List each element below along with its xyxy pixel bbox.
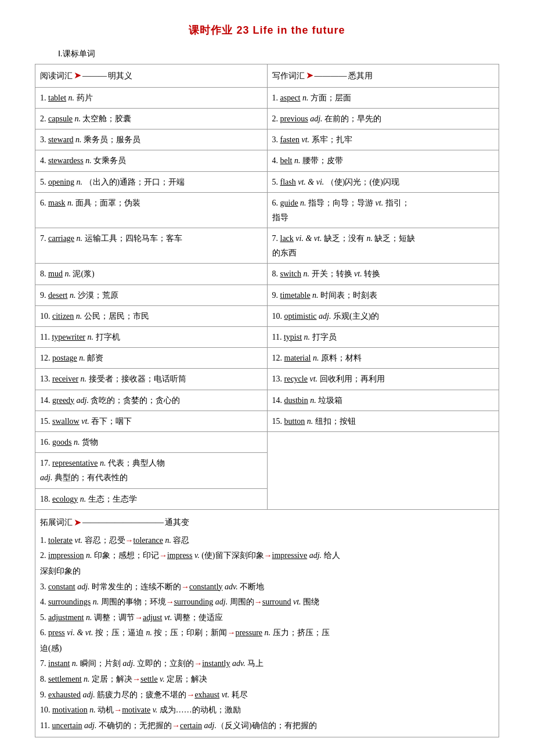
reading-word-9: 9. desert n. 沙漠；荒原 xyxy=(40,288,262,303)
reading-word-13: 13. receiver n. 接受者；接收器；电话听筒 xyxy=(40,372,262,386)
expand-item-8: 8. settlement n. 定居；解决→settle v. 定居；解决 xyxy=(40,672,494,687)
expand-item-5: 5. adjustment n. 调整；调节→adjust vt. 调整；使适应 xyxy=(40,610,494,626)
writing-word-1: 1. aspect n. 方面；层面 xyxy=(272,91,495,105)
reading-word-18: 18. ecology n. 生态；生态学 xyxy=(40,492,262,506)
expand-item-6: 6. press vi. & vt. 按；压；逼迫 n. 按；压；印刷；新闻→p… xyxy=(40,625,494,656)
writing-word-4: 4. belt n. 腰带；皮带 xyxy=(272,153,495,168)
table-row: 4. stewardess n. 女乘务员 4. belt n. 腰带；皮带 xyxy=(35,150,499,171)
writing-word-13: 13. recycle vt. 回收利用；再利用 xyxy=(272,372,495,386)
reading-word-10: 10. citizen n. 公民；居民；市民 xyxy=(40,309,262,323)
reading-word-4: 4. stewardess n. 女乘务员 xyxy=(40,153,262,168)
table-row: 14. greedy adj. 贪吃的；贪婪的；贪心的 14. dustbin … xyxy=(35,390,499,411)
table-row: 5. opening n. （出入的)通路；开口；开端 5. flash vt.… xyxy=(35,171,499,192)
vocabulary-table: 阅读词汇 ➤ ——— 明其义 写作词汇 ➤ ———— 悉其用 1. tablet… xyxy=(35,64,499,510)
reading-vocab-header: 阅读词汇 ➤ ——— 明其义 xyxy=(40,67,262,84)
reading-vocab-subtitle: 明其义 xyxy=(108,69,132,83)
arrow-icon-expand: ➤ xyxy=(74,513,81,532)
expand-item-4: 4. surroundings n. 周围的事物；环境→surrounding … xyxy=(40,595,494,610)
writing-word-10: 10. optimistic adj. 乐观(主义)的 xyxy=(272,309,495,323)
reading-word-14: 14. greedy adj. 贪吃的；贪婪的；贪心的 xyxy=(40,393,262,408)
reading-vocab-label: 阅读词汇 xyxy=(40,69,73,83)
page-title: 课时作业 23 Life in the future xyxy=(35,23,499,37)
reading-vocab-dashes: ——— xyxy=(82,69,107,83)
writing-word-6: 6. guide n. 指导；向导；导游 vt. 指引；指导 xyxy=(272,196,495,225)
expand-item-10: 10. motivation n. 动机→motivate v. 成为……的动机… xyxy=(40,703,494,718)
table-row: 11. typewriter n. 打字机 11. typist n. 打字员 xyxy=(35,327,499,348)
arrow-icon-writing: ➤ xyxy=(306,67,313,84)
reading-word-12: 12. postage n. 邮资 xyxy=(40,351,262,365)
reading-word-11: 11. typewriter n. 打字机 xyxy=(40,330,262,344)
expand-item-9: 9. exhausted adj. 筋疲力尽的；疲惫不堪的→exhaust vt… xyxy=(40,687,494,703)
table-row: 12. postage n. 邮资 12. material n. 原料；材料 xyxy=(35,348,499,369)
writing-word-15: 15. button n. 纽扣；按钮 xyxy=(272,414,495,429)
arrow-icon-reading: ➤ xyxy=(74,67,81,84)
expand-item-11: 11. uncertain adj. 不确切的；无把握的→certain adj… xyxy=(40,718,494,734)
table-row: 2. capsule n. 太空舱；胶囊 2. previous adj. 在前… xyxy=(35,108,499,129)
expand-item-2: 2. impression n. 印象；感想；印记→impress v. (使)… xyxy=(40,548,494,579)
table-row: 16. goods n. 货物 xyxy=(35,431,499,452)
expand-header: 拓展词汇 ➤ —————————— 通其变 xyxy=(40,513,494,532)
writing-vocab-header: 写作词汇 ➤ ———— 悉其用 xyxy=(272,67,495,84)
table-row: 10. citizen n. 公民；居民；市民 10. optimistic a… xyxy=(35,305,499,326)
writing-word-14: 14. dustbin n. 垃圾箱 xyxy=(272,393,495,408)
expand-section: 拓展词汇 ➤ —————————— 通其变 1. tolerate vt. 容忍… xyxy=(35,510,499,738)
expand-item-3: 3. constant adj. 时常发生的；连续不断的→constantly … xyxy=(40,579,494,595)
section-header: Ⅰ.课标单词 xyxy=(58,49,499,59)
writing-word-8: 8. switch n. 开关；转换 vt. 转换 xyxy=(272,267,495,281)
expand-item-7: 7. instant n. 瞬间；片刻 adj. 立即的；立刻的→instant… xyxy=(40,656,494,672)
reading-word-7: 7. carriage n. 运输工具；四轮马车；客车 xyxy=(40,231,262,246)
table-row: 7. carriage n. 运输工具；四轮马车；客车 7. lack vi. … xyxy=(35,228,499,264)
reading-word-16: 16. goods n. 货物 xyxy=(40,435,262,449)
writing-word-7: 7. lack vi. & vt. 缺乏；没有 n. 缺乏；短缺的东西 xyxy=(272,231,495,260)
table-row: 9. desert n. 沙漠；荒原 9. timetable n. 时间表；时… xyxy=(35,285,499,305)
writing-word-3: 3. fasten vt. 系牢；扎牢 xyxy=(272,132,495,147)
writing-word-12: 12. material n. 原料；材料 xyxy=(272,351,495,365)
expand-dashes: —————————— xyxy=(82,514,164,531)
table-row: 13. receiver n. 接受者；接收器；电话听筒 13. recycle… xyxy=(35,369,499,390)
writing-word-5: 5. flash vt. & vi. （使)闪光；(使)闪现 xyxy=(272,175,495,189)
reading-word-5: 5. opening n. （出入的)通路；开口；开端 xyxy=(40,175,262,189)
writing-vocab-dashes: ———— xyxy=(315,69,347,83)
reading-word-8: 8. mud n. 泥(浆) xyxy=(40,267,262,281)
table-row: 1. tablet n. 药片 1. aspect n. 方面；层面 xyxy=(35,87,499,108)
table-row: 6. mask n. 面具；面罩；伪装 6. guide n. 指导；向导；导游… xyxy=(35,192,499,228)
writing-word-11: 11. typist n. 打字员 xyxy=(272,330,495,344)
reading-word-3: 3. steward n. 乘务员；服务员 xyxy=(40,132,262,147)
reading-word-2: 2. capsule n. 太空舱；胶囊 xyxy=(40,111,262,126)
table-row: 8. mud n. 泥(浆) 8. switch n. 开关；转换 vt. 转换 xyxy=(35,264,499,285)
writing-vocab-label: 写作词汇 xyxy=(272,69,305,83)
writing-word-9: 9. timetable n. 时间表；时刻表 xyxy=(272,288,495,303)
table-header-row: 阅读词汇 ➤ ——— 明其义 写作词汇 ➤ ———— 悉其用 xyxy=(35,64,499,88)
expand-subtitle: 通其变 xyxy=(165,514,189,531)
writing-vocab-subtitle: 悉其用 xyxy=(348,69,373,83)
reading-word-6: 6. mask n. 面具；面罩；伪装 xyxy=(40,196,262,210)
expand-item-1: 1. tolerate vt. 容忍；忍受→tolerance n. 容忍 xyxy=(40,533,494,549)
table-row: 3. steward n. 乘务员；服务员 3. fasten vt. 系牢；扎… xyxy=(35,129,499,150)
writing-word-2: 2. previous adj. 在前的；早先的 xyxy=(272,111,495,126)
reading-word-17: 17. representative n. 代表；典型人物adj. 典型的；有代… xyxy=(40,456,262,485)
expand-label: 拓展词汇 xyxy=(40,514,73,531)
table-row: 15. swallow vt. 吞下；咽下 15. button n. 纽扣；按… xyxy=(35,411,499,431)
reading-word-1: 1. tablet n. 药片 xyxy=(40,91,262,105)
reading-word-15: 15. swallow vt. 吞下；咽下 xyxy=(40,414,262,429)
